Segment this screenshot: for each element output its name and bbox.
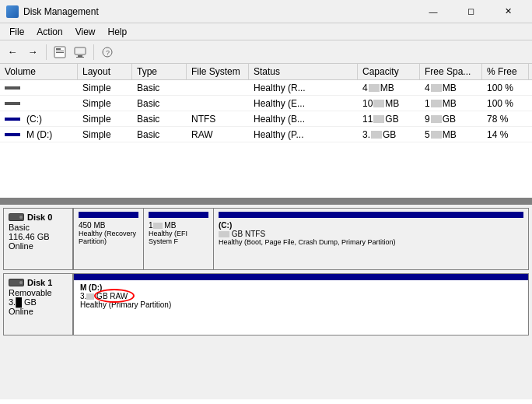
- col-filesystem[interactable]: File System: [187, 64, 249, 79]
- cell-freespace-2: 9GB: [420, 114, 482, 125]
- table-row[interactable]: Simple Basic Healthy (R... 4MB 4MB 100 %: [0, 80, 532, 96]
- cell-volume-1: [0, 102, 78, 105]
- svg-rect-4: [75, 47, 86, 54]
- cell-layout-0: Simple: [78, 83, 132, 93]
- cell-capacity-3: 3.GB: [358, 129, 420, 140]
- cell-pctfree-0: 100 %: [482, 83, 529, 93]
- disk1-type: Removable: [9, 288, 68, 297]
- disk1-name: Disk 1: [27, 278, 52, 287]
- toolbar-separator-1: [46, 44, 47, 60]
- disk0-partition2-status: Healthy (Boot, Page File, Crash Dump, Pr…: [219, 238, 523, 246]
- svg-rect-5: [78, 55, 82, 57]
- disk1-partition-status: Healthy (Primary Partition): [80, 300, 522, 309]
- window-controls: — ◻ ✕: [415, 0, 526, 23]
- disk1-status: Online: [9, 307, 68, 316]
- disk0-partition0-size: 450 MB: [79, 221, 138, 230]
- col-pctfree[interactable]: % Free: [482, 64, 529, 79]
- menu-action[interactable]: Action: [30, 25, 68, 39]
- list-view[interactable]: Volume Layout Type File System Status Ca…: [0, 64, 532, 200]
- help-button[interactable]: ?: [98, 43, 117, 61]
- disk0-status: Online: [9, 241, 68, 251]
- disk0-partition-0[interactable]: 450 MB Healthy (Recovery Partition): [74, 209, 144, 269]
- disk0-partition1-size: 1 MB: [149, 221, 208, 230]
- minimize-button[interactable]: —: [415, 0, 451, 23]
- disk0-partition1-status: Healthy (EFI System F: [149, 230, 208, 245]
- cell-volume-0: [0, 86, 78, 90]
- disk0-title: Disk 0: [9, 212, 68, 223]
- disk0-partition2-drive: (C:): [219, 221, 523, 230]
- disk0-type: Basic: [9, 223, 68, 232]
- cell-status-0: Healthy (R...: [249, 83, 358, 93]
- cell-status-2: Healthy (B...: [249, 114, 358, 125]
- cell-capacity-2: 11GB: [358, 114, 420, 125]
- disk1-partition-size: 3. GB RAW: [80, 292, 522, 300]
- back-button[interactable]: ←: [3, 43, 22, 61]
- cell-freespace-1: 1MB: [420, 98, 482, 109]
- cell-fs-3: RAW: [187, 129, 249, 140]
- menu-bar: File Action View Help: [0, 23, 532, 40]
- disk1-partitions[interactable]: M (D:) 3. GB RAW Healthy (Primary Partit…: [73, 273, 529, 335]
- disk0-partition1-bar: [149, 212, 208, 218]
- cell-layout-2: Simple: [78, 114, 132, 125]
- disk0-size: 116.46 GB: [9, 232, 68, 241]
- app-icon: [6, 5, 19, 18]
- disk0-name: Disk 0: [27, 213, 52, 222]
- svg-rect-2: [56, 51, 64, 51]
- cell-pctfree-2: 78 %: [482, 114, 529, 125]
- svg-text:?: ?: [106, 49, 110, 57]
- disk0-label: Disk 0 Basic 116.46 GB Online: [3, 208, 73, 270]
- disk0-partition-1[interactable]: 1 MB Healthy (EFI System F: [144, 209, 214, 269]
- title-bar: Disk Management — ◻ ✕: [0, 0, 532, 23]
- disk0-partition0-status: Healthy (Recovery Partition): [79, 230, 138, 245]
- col-volume[interactable]: Volume: [0, 64, 78, 79]
- col-status[interactable]: Status: [249, 64, 358, 79]
- table-row[interactable]: (C:) Simple Basic NTFS Healthy (B... 11G…: [0, 111, 532, 127]
- toolbar: ← → ?: [0, 40, 532, 64]
- disk-content: Disk 0 Basic 116.46 GB Online 450 MB Hea…: [0, 205, 532, 342]
- cell-type-2: Basic: [132, 114, 187, 125]
- cell-layout-3: Simple: [78, 129, 132, 140]
- svg-rect-6: [76, 57, 84, 58]
- properties-button[interactable]: [51, 43, 69, 61]
- cell-freespace-0: 4MB: [420, 83, 482, 93]
- disk1-label: Disk 1 Removable 3.█ GB Online: [3, 273, 73, 335]
- cell-capacity-0: 4MB: [358, 83, 420, 93]
- col-layout[interactable]: Layout: [78, 64, 132, 79]
- cell-type-1: Basic: [132, 98, 187, 109]
- disk-section[interactable]: Disk 0 Basic 116.46 GB Online 450 MB Hea…: [0, 205, 532, 399]
- disk0-partition2-bar: [219, 212, 523, 218]
- window-title: Disk Management: [23, 6, 415, 17]
- maximize-button[interactable]: ◻: [453, 0, 488, 23]
- disk1-size: 3.█ GB: [9, 297, 68, 307]
- disk0-partitions: 450 MB Healthy (Recovery Partition) 1 MB…: [73, 208, 529, 270]
- disk1-top-bar: [74, 274, 528, 280]
- main-content: Volume Layout Type File System Status Ca…: [0, 64, 532, 404]
- cell-type-3: Basic: [132, 129, 187, 140]
- svg-rect-3: [56, 52, 64, 53]
- cell-layout-1: Simple: [78, 98, 132, 109]
- table-row[interactable]: Simple Basic Healthy (E... 10MB 1MB 100 …: [0, 96, 532, 111]
- table-row[interactable]: M (D:) Simple Basic RAW Healthy (P... 3.…: [0, 127, 532, 142]
- disk1-drive: M (D:): [80, 283, 522, 292]
- disk0-partition-2[interactable]: (C:) GB NTFS Healthy (Boot, Page File, C…: [214, 209, 528, 269]
- col-type[interactable]: Type: [132, 64, 187, 79]
- disk1-row: Disk 1 Removable 3.█ GB Online M (D:) 3.…: [3, 273, 529, 335]
- column-headers: Volume Layout Type File System Status Ca…: [0, 64, 532, 80]
- cell-capacity-1: 10MB: [358, 98, 420, 109]
- cell-type-0: Basic: [132, 83, 187, 93]
- table-body: Simple Basic Healthy (R... 4MB 4MB 100 %…: [0, 80, 532, 142]
- disk0-partition2-size: GB NTFS: [219, 230, 523, 238]
- cell-volume-2: (C:): [0, 114, 78, 125]
- disk1-title: Disk 1: [9, 277, 68, 288]
- col-capacity[interactable]: Capacity: [358, 64, 420, 79]
- col-freespace[interactable]: Free Spa...: [420, 64, 482, 79]
- disk1-partition-content: M (D:) 3. GB RAW Healthy (Primary Partit…: [74, 280, 528, 312]
- svg-point-11: [19, 216, 23, 219]
- forward-button[interactable]: →: [23, 43, 42, 61]
- computer-button[interactable]: [71, 43, 89, 61]
- menu-help[interactable]: Help: [102, 25, 134, 39]
- menu-file[interactable]: File: [3, 25, 30, 39]
- close-button[interactable]: ✕: [490, 0, 526, 23]
- cell-pctfree-3: 14 %: [482, 129, 529, 140]
- menu-view[interactable]: View: [69, 25, 102, 39]
